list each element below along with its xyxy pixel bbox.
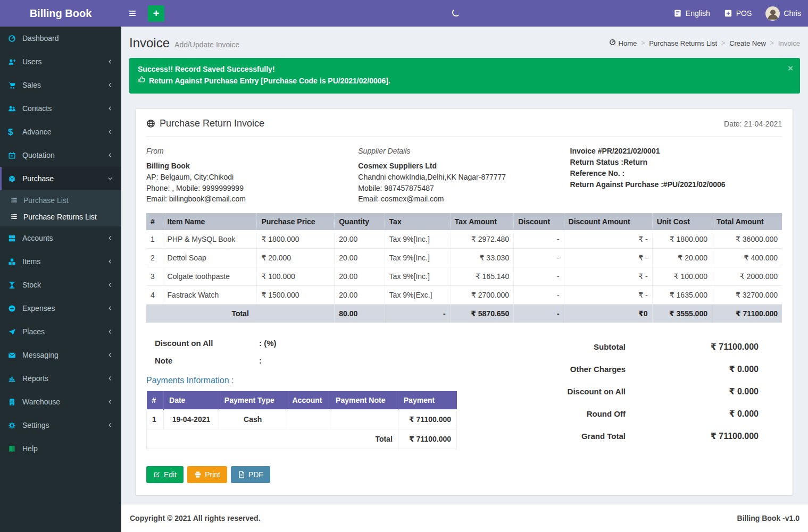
breadcrumb-create-new[interactable]: Create New: [729, 39, 766, 47]
gears-icon: [8, 421, 22, 429]
items-col-discount: Discount: [514, 213, 564, 230]
book-icon: [8, 445, 22, 453]
supplier-email: Email: cosmex@mail.com: [358, 193, 559, 205]
language-menu[interactable]: English: [667, 0, 717, 27]
language-label: English: [686, 9, 710, 18]
sidebar-item-accounts[interactable]: Accounts: [0, 226, 121, 250]
sidebar-submenu: Purchase ListPurchase Returns List: [0, 190, 121, 226]
sidebar-subitem-label: Purchase Returns List: [23, 213, 97, 221]
item-cell-purchase-price: ₹ 100.000: [257, 267, 335, 285]
sidebar-item-label: Help: [22, 444, 38, 453]
chevron-left-icon: [107, 105, 113, 112]
top-navbar: Billing Book ≡ + English POS Chr: [0, 0, 808, 27]
sidebar-item-contacts[interactable]: Contacts: [0, 97, 121, 120]
cubes-icon: [8, 258, 22, 266]
payments-table: #DatePayment TypeAccountPayment NotePaym…: [146, 391, 457, 449]
item-cell-item-name: Colgate toothpaste: [163, 267, 257, 285]
payment-cell-payment-note: [330, 409, 398, 429]
sidebar-item-users[interactable]: Users: [0, 50, 121, 73]
sidebar-item-expenses[interactable]: Expenses: [0, 297, 121, 320]
supplier-block: Supplier Details Cosmex Suppliers Ltd Ch…: [358, 146, 570, 205]
sidebar-item-advance[interactable]: $Advance: [0, 120, 121, 143]
payments-total-label: Total: [147, 429, 398, 449]
sidebar-subitem-purchase-list[interactable]: Purchase List: [0, 192, 121, 208]
payments-col-payment: Payment: [398, 391, 456, 410]
sidebar-item-messaging[interactable]: Messaging: [0, 343, 121, 367]
sidebar-item-warehouse[interactable]: Warehouse: [0, 390, 121, 413]
breadcrumb-separator: >: [721, 39, 725, 47]
from-block: From Billing Book AP: Belgaum, City:Chik…: [146, 146, 358, 205]
items-table: #Item NamePurchase PriceQuantityTaxTax A…: [146, 213, 782, 323]
user-name: Chris: [784, 9, 801, 18]
sidebar-item-label: Expenses: [22, 304, 55, 313]
plus-square-icon: [724, 9, 732, 18]
thumbs-up-icon: [138, 75, 146, 87]
user-menu[interactable]: Chris: [759, 0, 808, 27]
sidebar-item-help[interactable]: Help: [0, 437, 121, 460]
minus-circle-icon: [8, 305, 22, 313]
chevron-left-icon: [107, 82, 113, 88]
totals-summary: Subtotal₹ 71100.000Other Charges₹ 0.000D…: [515, 333, 782, 453]
supplier-name: Cosmex Suppliers Ltd: [358, 161, 559, 172]
sidebar-item-places[interactable]: Places: [0, 320, 121, 343]
item-cell-blank: 1: [146, 230, 163, 249]
chevron-left-icon: [107, 129, 113, 135]
supplier-mobile: Mobile: 987457875487: [358, 183, 559, 194]
payments-col-payment-note: Payment Note: [330, 391, 398, 410]
item-cell-total-amount: ₹ 2000.000: [712, 267, 782, 285]
pdf-button[interactable]: PDF: [231, 466, 270, 483]
item-cell-blank: 4: [146, 285, 163, 304]
sidebar-item-quotation[interactable]: Quotation: [0, 143, 121, 167]
breadcrumb-separator: >: [770, 39, 774, 47]
sidebar-item-label: Items: [22, 257, 40, 266]
user-plus-icon: [8, 58, 22, 66]
item-cell-discount-amount: ₹ -: [564, 248, 652, 267]
sidebar-item-label: Messaging: [22, 351, 59, 359]
note-value: :: [259, 356, 262, 365]
items-total-row: Total80.00-₹ 5870.650-₹0₹ 3555.000₹ 7110…: [146, 304, 782, 323]
chevron-left-icon: [107, 422, 113, 428]
breadcrumb-purchase-returns-list[interactable]: Purchase Returns List: [649, 39, 717, 47]
lower-left: Discount on All : (%) Note : Payments In…: [146, 333, 515, 453]
sidebar-toggle-icon[interactable]: ≡: [121, 0, 144, 27]
sidebar-item-reports[interactable]: Reports: [0, 367, 121, 390]
item-cell-discount: -: [514, 248, 564, 267]
item-cell-total-amount: ₹ 32700.000: [712, 285, 782, 304]
content-header: Invoice Add/Update Invoice Home>Purchase…: [129, 33, 800, 58]
sidebar-item-label: Accounts: [22, 234, 53, 242]
from-phone: Phone: , Mobile: 9999999999: [146, 183, 347, 194]
item-cell-discount-amount: ₹ -: [564, 230, 652, 249]
quick-add-button[interactable]: +: [148, 5, 164, 22]
payments-col-date: Date: [164, 391, 219, 410]
alert-line2: Return Against Purchase Entry [Purchase …: [149, 75, 390, 87]
cube-icon: [8, 175, 22, 183]
sidebar-item-label: Warehouse: [22, 398, 60, 406]
sidebar-item-sales[interactable]: Sales: [0, 73, 121, 97]
breadcrumb-home[interactable]: Home: [609, 39, 637, 47]
navbar-right: English POS Chris: [667, 0, 808, 27]
items-col-tax: Tax: [385, 213, 450, 230]
print-button[interactable]: Print: [187, 466, 227, 483]
loading-spinner: [452, 9, 460, 16]
sidebar-subitem-purchase-returns-list[interactable]: Purchase Returns List: [0, 208, 121, 225]
users-icon: [8, 105, 22, 113]
item-cell-discount: -: [514, 230, 564, 249]
sidebar-item-purchase[interactable]: Purchase: [0, 167, 121, 190]
sidebar-item-items[interactable]: Items: [0, 250, 121, 273]
pos-button[interactable]: POS: [717, 0, 759, 27]
sidebar-item-stock[interactable]: Stock: [0, 273, 121, 297]
chevron-left-icon: [107, 352, 113, 358]
sidebar-item-settings[interactable]: Settings: [0, 413, 121, 437]
sidebar-item-label: Places: [22, 327, 45, 336]
dashboard-icon: [8, 35, 22, 43]
edit-button-label: Edit: [164, 470, 177, 479]
sidebar-item-label: Users: [22, 57, 42, 66]
total-tax: -: [385, 304, 450, 323]
file-pdf-icon: [238, 471, 245, 478]
from-heading: From: [146, 146, 347, 157]
app-logo[interactable]: Billing Book: [0, 0, 121, 27]
sidebar-item-dashboard[interactable]: Dashboard: [0, 27, 121, 50]
sidebar-item-label: Stock: [22, 281, 41, 289]
alert-close-icon[interactable]: ×: [788, 62, 793, 75]
edit-button[interactable]: Edit: [146, 466, 184, 483]
